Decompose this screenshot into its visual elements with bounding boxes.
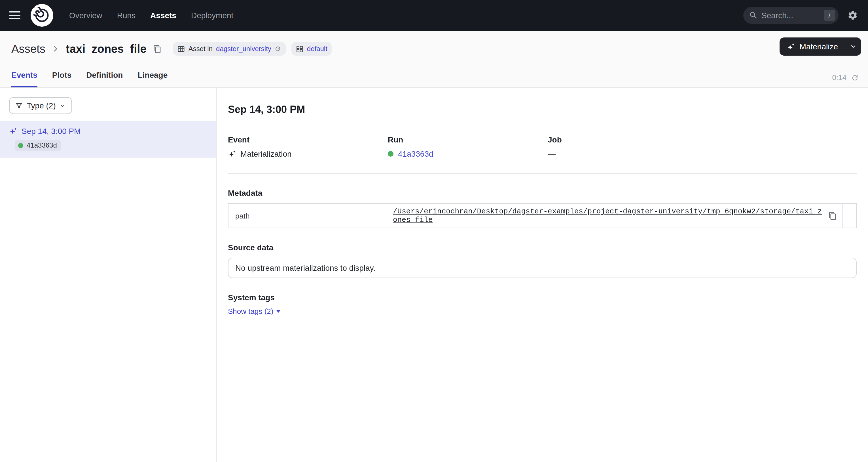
materialize-split-button: Materialize xyxy=(780,37,861,56)
metadata-path-link[interactable]: /Users/erincochran/Desktop/dagster-examp… xyxy=(393,207,823,224)
breadcrumb-assets-link[interactable]: Assets xyxy=(11,42,45,55)
event-list-item[interactable]: Sep 14, 3:00 PM 41a3363d xyxy=(0,121,216,158)
run-column-label: Run xyxy=(388,135,548,144)
nav-item-assets[interactable]: Assets xyxy=(150,11,176,20)
event-timestamp: Sep 14, 3:00 PM xyxy=(22,126,81,136)
asset-repo-tag: Asset in dagster_university xyxy=(173,42,286,56)
asset-group-icon xyxy=(296,45,304,53)
group-link[interactable]: default xyxy=(307,45,328,53)
tab-lineage[interactable]: Lineage xyxy=(137,70,167,87)
page-title: taxi_zones_file xyxy=(66,42,147,55)
search-input[interactable] xyxy=(762,11,820,20)
job-column-label: Job xyxy=(548,135,857,144)
chevron-down-icon xyxy=(850,43,857,50)
table-icon xyxy=(178,45,185,53)
repo-link[interactable]: dagster_university xyxy=(216,45,271,53)
search-shortcut-key: / xyxy=(824,10,835,21)
system-tags-title: System tags xyxy=(228,293,857,302)
run-column: Run 41a3363d xyxy=(388,135,548,158)
section-divider xyxy=(228,173,857,174)
copy-icon xyxy=(153,45,162,53)
job-column-value: — xyxy=(548,149,857,158)
nav-left: Overview Runs Assets Deployment xyxy=(9,4,233,27)
asset-in-label: Asset in xyxy=(188,45,213,53)
type-filter-button[interactable]: Type (2) xyxy=(9,97,72,114)
sparkle-icon xyxy=(787,42,795,51)
tabs-row: Events Plots Definition Lineage 0:14 xyxy=(0,62,868,87)
metadata-title: Metadata xyxy=(228,189,857,198)
refresh-timer: 0:14 xyxy=(832,73,859,82)
tab-definition[interactable]: Definition xyxy=(86,70,123,87)
filter-funnel-icon xyxy=(15,102,23,109)
show-tags-toggle[interactable]: Show tags (2) xyxy=(228,307,281,316)
global-search[interactable]: / xyxy=(743,7,839,24)
breadcrumb-row: Assets taxi_zones_file Asset xyxy=(0,31,868,62)
settings-button[interactable] xyxy=(846,9,859,22)
metadata-key: path xyxy=(228,203,387,228)
refresh-icon[interactable] xyxy=(851,74,859,82)
run-id-badge[interactable]: 41a3363d xyxy=(15,140,62,151)
nav-item-deployment[interactable]: Deployment xyxy=(191,11,233,20)
event-detail-panel: Sep 14, 3:00 PM Event Materialization xyxy=(217,88,868,462)
reload-repo-icon[interactable] xyxy=(275,46,281,52)
filter-area: Type (2) xyxy=(0,88,216,121)
chevron-down-icon xyxy=(60,103,66,109)
event-timestamp-row: Sep 14, 3:00 PM xyxy=(9,126,207,136)
copy-path-button[interactable] xyxy=(827,210,838,221)
materialize-options-button[interactable] xyxy=(845,37,861,56)
metadata-end-cell xyxy=(843,203,857,228)
top-navigation-bar: Overview Runs Assets Deployment / xyxy=(0,0,868,31)
timer-countdown: 0:14 xyxy=(832,73,846,82)
run-status-dot xyxy=(18,143,23,148)
show-tags-label: Show tags (2) xyxy=(228,307,273,316)
materialize-label: Materialize xyxy=(800,42,838,51)
run-id-label: 41a3363d xyxy=(27,141,57,149)
nav-item-runs[interactable]: Runs xyxy=(117,11,135,20)
dagster-swirl-icon xyxy=(33,7,51,24)
run-status-dot xyxy=(388,151,394,157)
group-tag: default xyxy=(292,42,332,56)
job-column: Job — xyxy=(548,135,857,158)
gear-icon xyxy=(847,10,858,21)
page-header: Assets taxi_zones_file Asset xyxy=(0,31,868,88)
dagster-logo[interactable] xyxy=(31,4,53,27)
materialize-button[interactable]: Materialize xyxy=(780,37,845,56)
job-empty-value: — xyxy=(548,149,556,158)
event-type-label: Materialization xyxy=(240,149,292,158)
materialization-sparkle-icon xyxy=(228,150,236,158)
event-heading: Sep 14, 3:00 PM xyxy=(228,104,857,116)
metadata-table: path /Users/erincochran/Desktop/dagster-… xyxy=(228,203,857,228)
source-data-title: Source data xyxy=(228,243,857,252)
asset-tabs: Events Plots Definition Lineage xyxy=(11,70,167,87)
run-id-link[interactable]: 41a3363d xyxy=(398,149,433,158)
event-column: Event Materialization xyxy=(228,135,388,158)
chevron-right-icon xyxy=(51,44,60,53)
primary-nav: Overview Runs Assets Deployment xyxy=(69,11,233,20)
event-column-label: Event xyxy=(228,135,388,144)
table-row: path /Users/erincochran/Desktop/dagster-… xyxy=(228,203,857,228)
run-column-value: 41a3363d xyxy=(388,149,548,158)
search-icon xyxy=(749,11,758,20)
nav-right: / xyxy=(743,7,859,24)
nav-item-overview[interactable]: Overview xyxy=(69,11,102,20)
content-layout: Type (2) Sep 14, 3:00 PM xyxy=(0,88,868,462)
tab-events[interactable]: Events xyxy=(11,70,37,87)
event-column-value: Materialization xyxy=(228,149,388,158)
copy-icon xyxy=(828,211,837,220)
caret-down-icon xyxy=(276,310,281,313)
breadcrumb: Assets taxi_zones_file xyxy=(11,42,163,55)
tab-plots[interactable]: Plots xyxy=(52,70,71,87)
app-viewport: Overview Runs Assets Deployment / xyxy=(0,0,868,462)
hamburger-menu-icon[interactable] xyxy=(9,11,21,19)
type-filter-label: Type (2) xyxy=(27,101,56,110)
metadata-value-cell: /Users/erincochran/Desktop/dagster-examp… xyxy=(387,203,843,228)
event-summary-columns: Event Materialization Run xyxy=(228,135,857,158)
copy-asset-name-button[interactable] xyxy=(152,44,163,54)
materialization-sparkle-icon xyxy=(9,127,17,135)
events-sidebar: Type (2) Sep 14, 3:00 PM xyxy=(0,88,217,462)
source-data-empty-message: No upstream materializations to display. xyxy=(228,258,857,278)
header-tags: Asset in dagster_university default xyxy=(173,42,332,56)
